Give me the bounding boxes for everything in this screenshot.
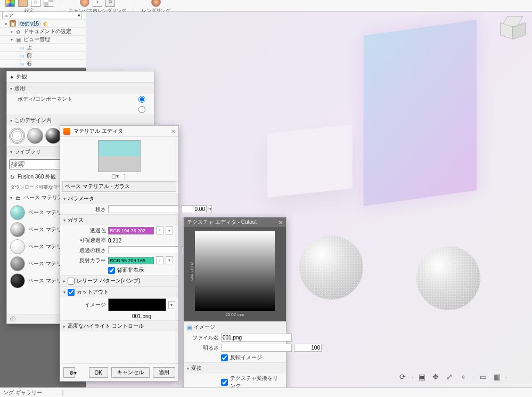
swatch-dropdown[interactable]: ▾ (166, 226, 173, 234)
scene-settings-icon[interactable] (18, 0, 28, 7)
cancel-button[interactable]: キャンセル (111, 367, 150, 378)
texture-dim-horizontal: 20.07 mm (225, 312, 244, 317)
cutout-image-thumb[interactable] (108, 298, 166, 311)
apply-section-header[interactable]: ▾適用: (7, 83, 154, 94)
document-settings-row[interactable]: ▸ ✿ ドキュメントの設定 (0, 28, 86, 36)
folder-icon: 🗀 (15, 195, 21, 201)
material-editor-dialog: マテリアル エディタ ✕ ▢▾ ⋮ ベース マテリアル - ガラス ▾パラメータ… (60, 125, 179, 382)
preview-settings-icon[interactable]: ⋮ (122, 173, 127, 179)
swatch-menu-icon[interactable]: ⋮ (156, 256, 163, 264)
hide-backface-checkbox[interactable] (108, 267, 115, 274)
texture-map-icon[interactable] (44, 0, 53, 7)
view-manage-row[interactable]: ▾ ▣ ビュー管理 (0, 36, 86, 44)
browser-dropdown[interactable]: ェア ▾ (2, 12, 82, 19)
texture-editor-dialog: テクスチャ エディタ - Cutout ✕ 20.07 mm 20.07 mm … (183, 217, 287, 397)
grid-settings-icon[interactable]: ▦ (492, 372, 502, 382)
component-icon: ▣ (10, 20, 16, 27)
transmission-color-swatch[interactable]: RGB 194 78 202 (108, 227, 154, 234)
preview-shape-icon[interactable]: ▢▾ (111, 173, 119, 179)
swatch-dropdown[interactable]: ▾ (166, 256, 173, 264)
transform-section-header[interactable]: ▾変換 (184, 362, 286, 374)
fit-icon[interactable]: ⌖ (459, 372, 468, 382)
invert-image-checkbox[interactable] (221, 354, 228, 361)
brightness-value[interactable] (294, 344, 322, 352)
view-top-row[interactable]: ▭ 上 (0, 44, 86, 52)
reflection-color-swatch[interactable]: RGB 55 209 165 (108, 257, 154, 264)
view-cube[interactable] (500, 16, 525, 40)
relief-section-header[interactable]: ▸レリーフ パターン(バンプ) (60, 276, 178, 286)
fusion-logo-icon (63, 128, 70, 135)
ok-button[interactable]: OK (89, 367, 108, 378)
sync-icon[interactable]: ↻ (10, 174, 14, 180)
visibility-icon[interactable]: ◐ (43, 21, 48, 27)
cutout-enable-checkbox[interactable] (68, 289, 75, 296)
in-canvas-render-icon[interactable] (80, 0, 89, 7)
apply-body-radio[interactable] (138, 96, 145, 103)
link-transform-checkbox[interactable] (221, 379, 228, 386)
render-gallery-label[interactable]: ング ギャラリー (3, 389, 42, 396)
transmission-roughness-slider[interactable] (108, 246, 179, 254)
glass-section-header[interactable]: ▾ガラス (60, 215, 178, 225)
advanced-highlight-header[interactable]: ▸高度なハイライト コントロール (60, 321, 178, 331)
apply-face-radio[interactable] (138, 106, 145, 113)
zoom-icon[interactable]: ⤢ (445, 372, 454, 382)
material-preview-area: ▢▾ ⋮ (60, 137, 178, 180)
view-front-row[interactable]: ▭ 前 (0, 52, 86, 60)
close-icon[interactable]: ✕ (171, 128, 175, 134)
orbit-icon[interactable]: ⟳ (398, 372, 407, 382)
display-settings-icon[interactable]: ▭ (478, 372, 488, 382)
roughness-slider-field[interactable] (108, 205, 179, 213)
in-canvas-render-settings-icon[interactable]: ☀ (93, 0, 102, 7)
material-editor-menu-button[interactable]: ⚙▾ (63, 367, 75, 378)
appearance-icon[interactable] (5, 0, 15, 7)
look-at-icon[interactable]: ▣ (417, 372, 427, 382)
visible-transmittance-label: 可視透過率 (63, 237, 106, 244)
roughness-menu[interactable]: ▾ (209, 205, 212, 213)
status-footer: ング ギャラリー | (0, 387, 532, 397)
info-icon[interactable]: ⓘ (10, 315, 15, 323)
top-toolbar: ◎ 設定 ☀ ⧉ キャンバス内レンダリング レンダリング (0, 0, 532, 12)
material-editor-titlebar[interactable]: マテリアル エディタ ✕ (60, 126, 178, 137)
roughness-label: 粗さ (63, 206, 106, 213)
parameters-section-header[interactable]: ▾パラメータ (60, 193, 178, 204)
material-thumb[interactable] (9, 128, 25, 144)
gear-icon: ✿ (15, 28, 21, 35)
cutout-image-menu[interactable]: ▾ (168, 301, 175, 309)
glass-plate-geometry (364, 20, 477, 206)
relief-enable-checkbox[interactable] (68, 278, 75, 285)
design-section-header[interactable]: ▾このデザイン内 (7, 115, 154, 126)
library-source-label[interactable]: Fusion 360 外観 (18, 173, 56, 181)
invert-image-row[interactable]: 反転イメージ (221, 354, 262, 361)
decal-icon[interactable]: ◎ (31, 0, 40, 7)
sphere-geometry (416, 246, 480, 310)
close-icon[interactable]: ✕ (279, 220, 283, 225)
advanced-highlight-label: 高度なハイライト コントロール (68, 322, 144, 330)
expand-icon[interactable]: ▾ (11, 37, 13, 42)
apply-button[interactable]: 適用 (153, 367, 175, 378)
cutout-section-header[interactable]: ▾カットアウト (60, 287, 178, 297)
apply-section-label: 適用: (14, 85, 27, 92)
expand-icon[interactable]: ▸ (11, 29, 13, 34)
view-right-row[interactable]: ▭ 右 (0, 60, 86, 68)
browser-root-row[interactable]: ▸ ▣ test v15 ◐ (0, 20, 86, 28)
collapse-icon[interactable]: ▸ (5, 21, 7, 26)
pan-icon[interactable]: ✥ (431, 372, 440, 382)
roughness-value[interactable] (181, 205, 207, 213)
capture-image-icon[interactable]: ⧉ (105, 0, 115, 7)
document-settings-label: ドキュメントの設定 (23, 28, 71, 35)
file-name-field[interactable] (221, 334, 292, 342)
image-section-header[interactable]: ▣ イメージ (184, 321, 286, 333)
invert-image-label: 反転イメージ (230, 354, 262, 361)
hide-backface-row[interactable]: 背面非表示 (108, 266, 144, 274)
material-name-field[interactable]: ベース マテリアル - ガラス (62, 181, 176, 192)
cutout-label: カットアウト (77, 288, 109, 296)
texture-editor-titlebar[interactable]: テクスチャ エディタ - Cutout ✕ (184, 217, 286, 227)
apply-face-row (7, 104, 154, 115)
swatch-menu-icon[interactable]: ⋮ (156, 226, 163, 234)
cutout-image-label: イメージ (63, 301, 106, 309)
brightness-slider[interactable] (221, 344, 292, 352)
material-thumb[interactable] (27, 128, 43, 144)
render-icon[interactable] (151, 0, 161, 7)
named-views-icon: ▣ (15, 36, 21, 43)
material-thumb[interactable] (45, 128, 61, 144)
